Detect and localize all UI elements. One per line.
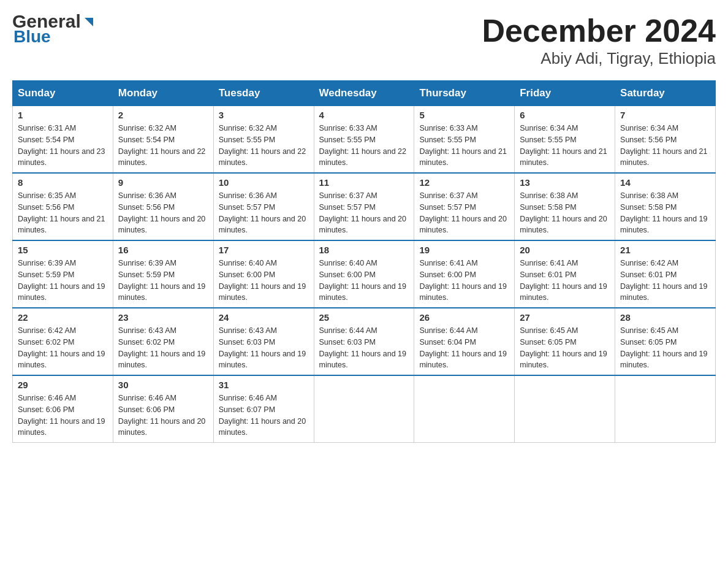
day-info: Sunrise: 6:31 AMSunset: 5:54 PMDaylight:…: [18, 123, 108, 169]
day-info: Sunrise: 6:41 AMSunset: 6:00 PMDaylight:…: [419, 258, 509, 304]
day-number: 18: [319, 245, 409, 255]
daylight: Daylight: 11 hours and 19 minutes.: [419, 350, 506, 370]
daylight: Daylight: 11 hours and 20 minutes.: [319, 215, 406, 235]
sunset: Sunset: 6:00 PM: [319, 270, 376, 279]
sunset: Sunset: 5:57 PM: [319, 203, 376, 212]
daylight: Daylight: 11 hours and 20 minutes.: [118, 215, 205, 235]
sunrise: Sunrise: 6:41 AM: [419, 259, 477, 267]
day-info: Sunrise: 6:46 AMSunset: 6:07 PMDaylight:…: [219, 393, 309, 439]
calendar-header-monday: Monday: [113, 81, 213, 106]
calendar-cell: 3Sunrise: 6:32 AMSunset: 5:55 PMDaylight…: [213, 106, 314, 174]
calendar-cell: 1Sunrise: 6:31 AMSunset: 5:54 PMDaylight…: [13, 106, 113, 174]
sunset: Sunset: 6:00 PM: [419, 270, 476, 279]
daylight: Daylight: 11 hours and 19 minutes.: [620, 350, 707, 370]
sunset: Sunset: 6:01 PM: [620, 270, 677, 279]
day-number: 4: [319, 110, 409, 120]
day-number: 14: [620, 177, 710, 188]
day-info: Sunrise: 6:36 AMSunset: 5:56 PMDaylight:…: [118, 190, 208, 236]
sunset: Sunset: 5:57 PM: [419, 203, 476, 212]
day-info: Sunrise: 6:43 AMSunset: 6:02 PMDaylight:…: [118, 325, 208, 371]
sunrise: Sunrise: 6:45 AM: [520, 326, 578, 335]
day-info: Sunrise: 6:39 AMSunset: 5:59 PMDaylight:…: [18, 258, 108, 304]
day-number: 19: [419, 245, 509, 255]
calendar-cell: 21Sunrise: 6:42 AMSunset: 6:01 PMDayligh…: [615, 240, 716, 308]
sunset: Sunset: 5:56 PM: [18, 203, 74, 212]
daylight: Daylight: 11 hours and 22 minutes.: [118, 147, 205, 167]
sunset: Sunset: 6:05 PM: [620, 338, 677, 347]
day-info: Sunrise: 6:34 AMSunset: 5:56 PMDaylight:…: [620, 123, 710, 169]
day-number: 23: [118, 312, 208, 323]
day-info: Sunrise: 6:33 AMSunset: 5:55 PMDaylight:…: [419, 123, 509, 169]
calendar-week-row: 29Sunrise: 6:46 AMSunset: 6:06 PMDayligh…: [13, 375, 716, 443]
sunrise: Sunrise: 6:33 AM: [419, 124, 477, 132]
sunset: Sunset: 6:01 PM: [520, 270, 576, 279]
daylight: Daylight: 11 hours and 19 minutes.: [319, 350, 406, 370]
sunset: Sunset: 5:56 PM: [620, 136, 677, 144]
calendar-header-sunday: Sunday: [13, 81, 113, 106]
day-info: Sunrise: 6:43 AMSunset: 6:03 PMDaylight:…: [219, 325, 309, 371]
calendar-cell: [414, 375, 515, 443]
day-number: 13: [520, 177, 610, 188]
calendar-header-row: SundayMondayTuesdayWednesdayThursdayFrid…: [13, 81, 716, 106]
day-info: Sunrise: 6:46 AMSunset: 6:06 PMDaylight:…: [18, 393, 108, 439]
sunset: Sunset: 6:00 PM: [219, 270, 275, 279]
day-info: Sunrise: 6:39 AMSunset: 5:59 PMDaylight:…: [118, 258, 208, 304]
day-number: 17: [219, 245, 309, 255]
sunset: Sunset: 5:59 PM: [18, 270, 74, 279]
day-info: Sunrise: 6:37 AMSunset: 5:57 PMDaylight:…: [419, 190, 509, 236]
sunset: Sunset: 6:02 PM: [118, 338, 175, 347]
daylight: Daylight: 11 hours and 20 minutes.: [219, 215, 306, 235]
daylight: Daylight: 11 hours and 21 minutes.: [620, 147, 707, 167]
day-info: Sunrise: 6:44 AMSunset: 6:04 PMDaylight:…: [419, 325, 509, 371]
calendar-cell: 22Sunrise: 6:42 AMSunset: 6:02 PMDayligh…: [13, 308, 113, 375]
calendar-week-row: 1Sunrise: 6:31 AMSunset: 5:54 PMDaylight…: [13, 106, 716, 174]
daylight: Daylight: 11 hours and 21 minutes.: [419, 147, 506, 167]
sunrise: Sunrise: 6:34 AM: [620, 124, 678, 132]
calendar-header-tuesday: Tuesday: [213, 81, 314, 106]
sunrise: Sunrise: 6:42 AM: [18, 326, 76, 335]
day-info: Sunrise: 6:33 AMSunset: 5:55 PMDaylight:…: [319, 123, 409, 169]
daylight: Daylight: 11 hours and 19 minutes.: [18, 350, 105, 370]
daylight: Daylight: 11 hours and 21 minutes.: [18, 215, 105, 235]
calendar-header-thursday: Thursday: [414, 81, 515, 106]
day-number: 26: [419, 312, 509, 323]
calendar-cell: [314, 375, 414, 443]
sunrise: Sunrise: 6:34 AM: [520, 124, 578, 132]
sunset: Sunset: 6:03 PM: [319, 338, 376, 347]
sunrise: Sunrise: 6:36 AM: [118, 191, 176, 200]
calendar-week-row: 22Sunrise: 6:42 AMSunset: 6:02 PMDayligh…: [13, 308, 716, 375]
sunset: Sunset: 5:55 PM: [219, 136, 275, 144]
calendar-cell: 27Sunrise: 6:45 AMSunset: 6:05 PMDayligh…: [515, 308, 615, 375]
sunrise: Sunrise: 6:43 AM: [219, 326, 277, 335]
sunrise: Sunrise: 6:40 AM: [319, 259, 377, 267]
sunset: Sunset: 6:07 PM: [219, 405, 275, 414]
sunrise: Sunrise: 6:46 AM: [18, 394, 76, 402]
sunrise: Sunrise: 6:39 AM: [118, 259, 176, 267]
daylight: Daylight: 11 hours and 19 minutes.: [419, 282, 506, 302]
daylight: Daylight: 11 hours and 19 minutes.: [520, 350, 607, 370]
calendar-table: SundayMondayTuesdayWednesdayThursdayFrid…: [12, 80, 716, 443]
calendar-cell: 20Sunrise: 6:41 AMSunset: 6:01 PMDayligh…: [515, 240, 615, 308]
day-info: Sunrise: 6:41 AMSunset: 6:01 PMDaylight:…: [520, 258, 610, 304]
day-info: Sunrise: 6:32 AMSunset: 5:55 PMDaylight:…: [219, 123, 309, 169]
page-header: General Blue December 2024 Abiy Adi, Tig…: [12, 12, 716, 68]
day-number: 5: [419, 110, 509, 120]
calendar-cell: 28Sunrise: 6:45 AMSunset: 6:05 PMDayligh…: [615, 308, 716, 375]
day-info: Sunrise: 6:40 AMSunset: 6:00 PMDaylight:…: [219, 258, 309, 304]
sunset: Sunset: 6:02 PM: [18, 338, 74, 347]
calendar-cell: 8Sunrise: 6:35 AMSunset: 5:56 PMDaylight…: [13, 173, 113, 240]
day-number: 28: [620, 312, 710, 323]
logo-icon: [82, 15, 96, 29]
day-number: 12: [419, 177, 509, 188]
sunset: Sunset: 5:58 PM: [520, 203, 576, 212]
day-info: Sunrise: 6:32 AMSunset: 5:54 PMDaylight:…: [118, 123, 208, 169]
sunrise: Sunrise: 6:39 AM: [18, 259, 76, 267]
calendar-cell: [515, 375, 615, 443]
daylight: Daylight: 11 hours and 19 minutes.: [620, 282, 707, 302]
daylight: Daylight: 11 hours and 20 minutes.: [118, 417, 205, 437]
sunset: Sunset: 6:04 PM: [419, 338, 476, 347]
daylight: Daylight: 11 hours and 19 minutes.: [520, 282, 607, 302]
calendar-cell: [615, 375, 716, 443]
day-number: 20: [520, 245, 610, 255]
sunset: Sunset: 5:55 PM: [419, 136, 476, 144]
